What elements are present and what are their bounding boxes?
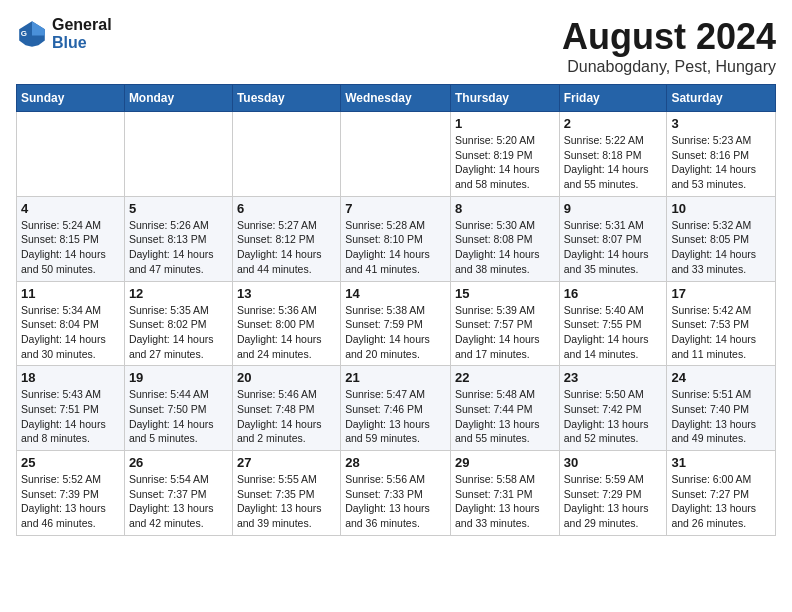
day-info: Sunrise: 5:54 AM Sunset: 7:37 PM Dayligh… (129, 472, 228, 531)
day-number: 31 (671, 455, 771, 470)
day-number: 5 (129, 201, 228, 216)
day-info: Sunrise: 5:40 AM Sunset: 7:55 PM Dayligh… (564, 303, 663, 362)
day-info: Sunrise: 5:48 AM Sunset: 7:44 PM Dayligh… (455, 387, 555, 446)
svg-text:G: G (21, 29, 27, 38)
day-number: 7 (345, 201, 446, 216)
day-info: Sunrise: 5:56 AM Sunset: 7:33 PM Dayligh… (345, 472, 446, 531)
calendar-cell: 5Sunrise: 5:26 AM Sunset: 8:13 PM Daylig… (124, 196, 232, 281)
day-info: Sunrise: 5:24 AM Sunset: 8:15 PM Dayligh… (21, 218, 120, 277)
day-info: Sunrise: 5:20 AM Sunset: 8:19 PM Dayligh… (455, 133, 555, 192)
day-number: 19 (129, 370, 228, 385)
day-number: 28 (345, 455, 446, 470)
day-number: 24 (671, 370, 771, 385)
day-info: Sunrise: 5:43 AM Sunset: 7:51 PM Dayligh… (21, 387, 120, 446)
calendar-cell: 24Sunrise: 5:51 AM Sunset: 7:40 PM Dayli… (667, 366, 776, 451)
logo: G General Blue (16, 16, 112, 52)
weekday-header: Wednesday (341, 85, 451, 112)
logo-text: General Blue (52, 16, 112, 52)
day-number: 13 (237, 286, 336, 301)
calendar-table: SundayMondayTuesdayWednesdayThursdayFrid… (16, 84, 776, 536)
page-header: G General Blue August 2024 Dunabogdany, … (16, 16, 776, 76)
day-number: 10 (671, 201, 771, 216)
day-info: Sunrise: 5:44 AM Sunset: 7:50 PM Dayligh… (129, 387, 228, 446)
calendar-cell: 28Sunrise: 5:56 AM Sunset: 7:33 PM Dayli… (341, 451, 451, 536)
calendar-cell: 17Sunrise: 5:42 AM Sunset: 7:53 PM Dayli… (667, 281, 776, 366)
calendar-cell: 20Sunrise: 5:46 AM Sunset: 7:48 PM Dayli… (232, 366, 340, 451)
day-number: 1 (455, 116, 555, 131)
calendar-cell: 10Sunrise: 5:32 AM Sunset: 8:05 PM Dayli… (667, 196, 776, 281)
day-number: 18 (21, 370, 120, 385)
day-number: 11 (21, 286, 120, 301)
day-number: 17 (671, 286, 771, 301)
day-number: 20 (237, 370, 336, 385)
calendar-cell: 29Sunrise: 5:58 AM Sunset: 7:31 PM Dayli… (450, 451, 559, 536)
calendar-cell: 4Sunrise: 5:24 AM Sunset: 8:15 PM Daylig… (17, 196, 125, 281)
day-number: 2 (564, 116, 663, 131)
day-number: 15 (455, 286, 555, 301)
weekday-header: Thursday (450, 85, 559, 112)
calendar-cell: 12Sunrise: 5:35 AM Sunset: 8:02 PM Dayli… (124, 281, 232, 366)
calendar-cell: 18Sunrise: 5:43 AM Sunset: 7:51 PM Dayli… (17, 366, 125, 451)
day-info: Sunrise: 5:28 AM Sunset: 8:10 PM Dayligh… (345, 218, 446, 277)
day-info: Sunrise: 5:39 AM Sunset: 7:57 PM Dayligh… (455, 303, 555, 362)
day-info: Sunrise: 5:31 AM Sunset: 8:07 PM Dayligh… (564, 218, 663, 277)
day-info: Sunrise: 5:35 AM Sunset: 8:02 PM Dayligh… (129, 303, 228, 362)
calendar-cell: 9Sunrise: 5:31 AM Sunset: 8:07 PM Daylig… (559, 196, 667, 281)
calendar-cell: 7Sunrise: 5:28 AM Sunset: 8:10 PM Daylig… (341, 196, 451, 281)
day-info: Sunrise: 5:26 AM Sunset: 8:13 PM Dayligh… (129, 218, 228, 277)
logo-icon: G (16, 18, 48, 50)
day-number: 3 (671, 116, 771, 131)
day-number: 9 (564, 201, 663, 216)
day-number: 12 (129, 286, 228, 301)
day-number: 25 (21, 455, 120, 470)
calendar-cell: 6Sunrise: 5:27 AM Sunset: 8:12 PM Daylig… (232, 196, 340, 281)
calendar-week-row: 4Sunrise: 5:24 AM Sunset: 8:15 PM Daylig… (17, 196, 776, 281)
calendar-cell: 26Sunrise: 5:54 AM Sunset: 7:37 PM Dayli… (124, 451, 232, 536)
calendar-cell (17, 112, 125, 197)
day-number: 27 (237, 455, 336, 470)
calendar-cell: 15Sunrise: 5:39 AM Sunset: 7:57 PM Dayli… (450, 281, 559, 366)
calendar-title: August 2024 (562, 16, 776, 58)
calendar-cell: 25Sunrise: 5:52 AM Sunset: 7:39 PM Dayli… (17, 451, 125, 536)
day-info: Sunrise: 5:36 AM Sunset: 8:00 PM Dayligh… (237, 303, 336, 362)
day-number: 8 (455, 201, 555, 216)
calendar-week-row: 1Sunrise: 5:20 AM Sunset: 8:19 PM Daylig… (17, 112, 776, 197)
weekday-header: Saturday (667, 85, 776, 112)
day-info: Sunrise: 5:34 AM Sunset: 8:04 PM Dayligh… (21, 303, 120, 362)
calendar-cell: 23Sunrise: 5:50 AM Sunset: 7:42 PM Dayli… (559, 366, 667, 451)
calendar-cell: 14Sunrise: 5:38 AM Sunset: 7:59 PM Dayli… (341, 281, 451, 366)
day-number: 21 (345, 370, 446, 385)
day-info: Sunrise: 5:42 AM Sunset: 7:53 PM Dayligh… (671, 303, 771, 362)
calendar-cell: 2Sunrise: 5:22 AM Sunset: 8:18 PM Daylig… (559, 112, 667, 197)
calendar-subtitle: Dunabogdany, Pest, Hungary (562, 58, 776, 76)
calendar-cell: 8Sunrise: 5:30 AM Sunset: 8:08 PM Daylig… (450, 196, 559, 281)
day-info: Sunrise: 5:22 AM Sunset: 8:18 PM Dayligh… (564, 133, 663, 192)
day-number: 30 (564, 455, 663, 470)
weekday-header: Sunday (17, 85, 125, 112)
day-info: Sunrise: 5:55 AM Sunset: 7:35 PM Dayligh… (237, 472, 336, 531)
calendar-cell: 30Sunrise: 5:59 AM Sunset: 7:29 PM Dayli… (559, 451, 667, 536)
day-info: Sunrise: 5:52 AM Sunset: 7:39 PM Dayligh… (21, 472, 120, 531)
day-info: Sunrise: 5:27 AM Sunset: 8:12 PM Dayligh… (237, 218, 336, 277)
calendar-cell: 27Sunrise: 5:55 AM Sunset: 7:35 PM Dayli… (232, 451, 340, 536)
day-info: Sunrise: 5:38 AM Sunset: 7:59 PM Dayligh… (345, 303, 446, 362)
day-info: Sunrise: 5:47 AM Sunset: 7:46 PM Dayligh… (345, 387, 446, 446)
day-info: Sunrise: 5:50 AM Sunset: 7:42 PM Dayligh… (564, 387, 663, 446)
calendar-cell (232, 112, 340, 197)
weekday-header-row: SundayMondayTuesdayWednesdayThursdayFrid… (17, 85, 776, 112)
calendar-cell: 11Sunrise: 5:34 AM Sunset: 8:04 PM Dayli… (17, 281, 125, 366)
calendar-cell: 21Sunrise: 5:47 AM Sunset: 7:46 PM Dayli… (341, 366, 451, 451)
calendar-cell: 19Sunrise: 5:44 AM Sunset: 7:50 PM Dayli… (124, 366, 232, 451)
calendar-week-row: 18Sunrise: 5:43 AM Sunset: 7:51 PM Dayli… (17, 366, 776, 451)
calendar-cell: 31Sunrise: 6:00 AM Sunset: 7:27 PM Dayli… (667, 451, 776, 536)
day-info: Sunrise: 5:32 AM Sunset: 8:05 PM Dayligh… (671, 218, 771, 277)
calendar-cell: 13Sunrise: 5:36 AM Sunset: 8:00 PM Dayli… (232, 281, 340, 366)
calendar-cell (341, 112, 451, 197)
calendar-cell: 3Sunrise: 5:23 AM Sunset: 8:16 PM Daylig… (667, 112, 776, 197)
calendar-cell (124, 112, 232, 197)
calendar-cell: 16Sunrise: 5:40 AM Sunset: 7:55 PM Dayli… (559, 281, 667, 366)
day-number: 4 (21, 201, 120, 216)
day-info: Sunrise: 5:51 AM Sunset: 7:40 PM Dayligh… (671, 387, 771, 446)
day-info: Sunrise: 5:30 AM Sunset: 8:08 PM Dayligh… (455, 218, 555, 277)
day-number: 6 (237, 201, 336, 216)
